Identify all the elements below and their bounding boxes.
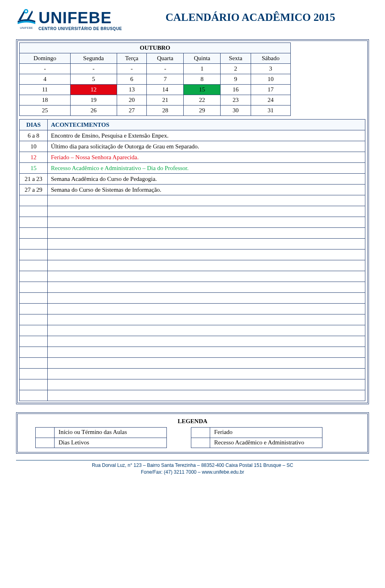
calendar-month: OUTUBRO: [20, 43, 291, 53]
calendar-cell: -: [70, 64, 117, 74]
event-text: [48, 206, 365, 217]
legend-item: Feriado: [191, 427, 322, 438]
calendar-weekday: Segunda: [70, 53, 117, 64]
event-row-empty: [20, 304, 365, 314]
event-text: [48, 228, 365, 239]
unifebe-logo-icon: UNIFEBE: [16, 8, 37, 32]
logo-title: UNIFEBE: [38, 10, 122, 26]
legend-title: LEGENDA: [23, 418, 362, 425]
legend-label: Dias Letivos: [55, 438, 167, 448]
calendar-cell: 21: [147, 95, 184, 105]
event-row-empty: [20, 336, 365, 347]
page-footer: Rua Dorval Luz, n° 123 – Bairro Santa Te…: [16, 460, 369, 476]
events-head-dias: DIAS: [20, 120, 48, 130]
event-text: [48, 195, 365, 206]
event-row-empty: [20, 217, 365, 228]
calendar-weekday: Sábado: [251, 53, 290, 64]
svg-point-0: [24, 10, 28, 13]
event-dias: [20, 195, 48, 206]
event-row-empty: [20, 379, 365, 390]
footer-line-1: Rua Dorval Luz, n° 123 – Bairro Santa Te…: [16, 462, 369, 469]
calendar-weekday: Quarta: [147, 53, 184, 64]
calendar-cell: -: [117, 64, 147, 74]
event-row-empty: [20, 314, 365, 325]
event-text: Feriado – Nossa Senhora Aparecida.: [48, 152, 365, 163]
calendar-weekday: Sexta: [221, 53, 251, 64]
content-frame: OUTUBRO DomingoSegundaTerçaQuartaQuintaS…: [16, 39, 369, 404]
event-row: 21 a 23Semana Acadêmica do Curso de Peda…: [20, 174, 365, 185]
event-row-empty: [20, 325, 365, 336]
legend-item: Recesso Acadêmico e Administrativo: [191, 438, 322, 448]
event-dias: [20, 228, 48, 239]
event-dias: [20, 260, 48, 271]
calendar-table: OUTUBRO DomingoSegundaTerçaQuartaQuintaS…: [19, 43, 291, 116]
calendar-cell: 29: [184, 105, 221, 116]
calendar-cell: 30: [221, 105, 251, 116]
event-dias: 27 a 29: [20, 185, 48, 195]
event-row-empty: [20, 228, 365, 239]
calendar-cell: 27: [117, 105, 147, 116]
event-dias: [20, 249, 48, 260]
events-table: DIAS ACONTECIMENTOS 6 a 8Encontro de Ens…: [19, 119, 365, 401]
logo-subtext: UNIFEBE: [20, 26, 33, 29]
event-row-empty: [20, 239, 365, 249]
event-row-empty: [20, 369, 365, 379]
calendar-cell: -: [20, 64, 71, 74]
event-dias: 12: [20, 152, 48, 163]
legend-column-left: Início ou Término das AulasDias Letivos: [35, 427, 167, 448]
calendar-weekday: Domingo: [20, 53, 71, 64]
legend-label: Recesso Acadêmico e Administrativo: [210, 438, 322, 448]
event-row-empty: [20, 271, 365, 282]
calendar-cell: 12: [70, 85, 117, 95]
event-text: [48, 347, 365, 358]
event-dias: 21 a 23: [20, 174, 48, 185]
calendar-cell: 7: [147, 74, 184, 85]
event-row: 15Recesso Acadêmico e Administrativo – D…: [20, 163, 365, 174]
event-dias: [20, 390, 48, 401]
event-dias: [20, 293, 48, 304]
event-dias: [20, 239, 48, 249]
calendar-cell: 11: [20, 85, 71, 95]
calendar-cell: -: [147, 64, 184, 74]
event-text: [48, 282, 365, 293]
calendar-cell: 15: [184, 85, 221, 95]
calendar-cell: 24: [251, 95, 290, 105]
event-dias: 10: [20, 141, 48, 152]
calendar-cell: 31: [251, 105, 290, 116]
legend-swatch: [35, 438, 55, 448]
event-text: Último dia para solicitação de Outorga d…: [48, 141, 365, 152]
calendar-cell: 2: [221, 64, 251, 74]
event-dias: [20, 336, 48, 347]
event-dias: [20, 325, 48, 336]
footer-line-2: Fone/Fax: (47) 3211 7000 – www.unifebe.e…: [16, 469, 369, 476]
events-head-acont: ACONTECIMENTOS: [48, 120, 365, 130]
event-text: [48, 314, 365, 325]
event-text: [48, 325, 365, 336]
event-row: 27 a 29Semana do Curso de Sistemas de In…: [20, 185, 365, 195]
calendar-cell: 13: [117, 85, 147, 95]
event-row-empty: [20, 293, 365, 304]
event-dias: [20, 271, 48, 282]
event-dias: [20, 358, 48, 369]
page-header: UNIFEBE UNIFEBE CENTRO UNIVERSITÁRIO DE …: [16, 8, 369, 32]
calendar-weekday: Quinta: [184, 53, 221, 64]
legend-swatch: [35, 427, 55, 438]
calendar-cell: 3: [251, 64, 290, 74]
event-row: 6 a 8Encontro de Ensino, Pesquisa e Exte…: [20, 130, 365, 141]
event-dias: [20, 206, 48, 217]
event-dias: 6 a 8: [20, 130, 48, 141]
event-text: [48, 217, 365, 228]
event-text: [48, 293, 365, 304]
document-title: CALENDÁRIO ACADÊMICO 2015: [132, 11, 369, 24]
calendar-cell: 25: [20, 105, 71, 116]
event-dias: [20, 314, 48, 325]
legend-swatch: [191, 438, 210, 448]
event-row: 12Feriado – Nossa Senhora Aparecida.: [20, 152, 365, 163]
calendar-cell: 8: [184, 74, 221, 85]
calendar-cell: 26: [70, 105, 117, 116]
calendar-cell: 10: [251, 74, 290, 85]
calendar-cell: 16: [221, 85, 251, 95]
event-text: [48, 336, 365, 347]
logo-text-block: UNIFEBE CENTRO UNIVERSITÁRIO DE BRUSQUE: [38, 10, 122, 31]
calendar-weekday: Terça: [117, 53, 147, 64]
